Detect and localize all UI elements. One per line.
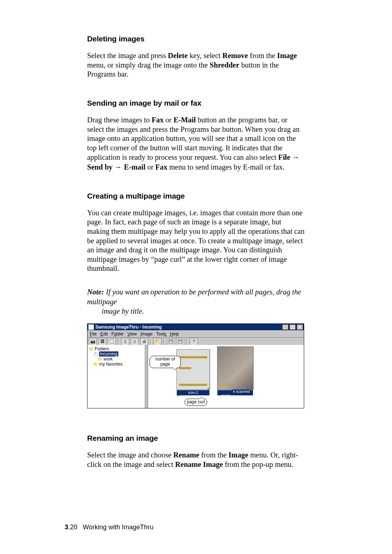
tree-my-favorites[interactable]: my favorites xyxy=(93,362,143,367)
text: menu, or simply drag the image onto the xyxy=(87,61,210,69)
footer: 3.20 Working with ImageThru xyxy=(65,524,154,531)
heading-sending: Sending an image by mail or fax xyxy=(87,99,305,107)
callout-page-curl: page curl xyxy=(184,399,207,406)
menu-edit[interactable]: Edit xyxy=(100,331,108,337)
page-number: 20 xyxy=(70,524,77,531)
kw-remove: Remove xyxy=(222,52,248,60)
kw-image: Image xyxy=(277,52,297,60)
minimize-button[interactable]: _ xyxy=(282,324,289,330)
para-renaming: Select the image and choose Rename from … xyxy=(87,451,305,469)
kw-file: File xyxy=(278,153,290,161)
screenshot-app-window: Samsung ImageThru - Incoming _ ▢ × File … xyxy=(87,323,304,408)
text: or xyxy=(147,163,155,171)
note-text-2: image by title. xyxy=(102,307,144,315)
kw-rename: Rename xyxy=(173,451,199,459)
thumbnail-2[interactable]: yepp xyxy=(217,346,253,390)
tool-image-icon[interactable]: 🖼 xyxy=(98,338,106,345)
text: Select the image and choose xyxy=(87,451,173,459)
thumbnail-2-watermark: yepp xyxy=(220,382,251,387)
kw-fax: Fax xyxy=(152,116,164,124)
text: from the xyxy=(250,52,277,60)
footer-title: Working with ImageThru xyxy=(83,524,154,531)
kw-image: Image xyxy=(228,451,248,459)
para-multipage: You can create multipage images, i.e. im… xyxy=(87,208,305,273)
folder-tree[interactable]: Folders Incoming work my favorites xyxy=(87,345,146,408)
kw-delete: Delete xyxy=(168,52,188,60)
tree-root[interactable]: Folders xyxy=(89,346,143,351)
menu-view[interactable]: View xyxy=(127,331,137,337)
text: Select the image and press xyxy=(87,52,168,60)
arrow-icon: → xyxy=(114,163,124,171)
close-button[interactable]: × xyxy=(297,324,303,330)
tool-newdoc-icon[interactable]: ▯ xyxy=(121,338,129,345)
thumbnail-1[interactable]: icon-1 xyxy=(176,349,210,390)
tool-save2-icon[interactable]: 💾 xyxy=(176,338,184,345)
text: key, select xyxy=(189,52,222,60)
text: menu to send images by E-mail or fax. xyxy=(169,163,285,171)
tool-newdoc2-icon[interactable]: ▯ xyxy=(131,338,139,345)
tree-incoming[interactable]: Incoming xyxy=(93,351,143,357)
window-title: Samsung ImageThru - Incoming xyxy=(95,325,162,330)
heading-deleting-images: Deleting images xyxy=(87,34,305,43)
tool-scan-icon[interactable]: 📷 xyxy=(89,338,97,345)
page-count-label: 1/4 xyxy=(177,393,182,397)
para-deleting: Select the image and press Delete key, s… xyxy=(87,51,305,79)
splitter[interactable] xyxy=(146,345,148,408)
note-label: Note: xyxy=(87,288,106,296)
callout-number-of-page: number of page xyxy=(150,356,181,368)
kw-fax2: Fax xyxy=(155,163,167,171)
menu-file[interactable]: File xyxy=(90,331,97,337)
kw-sendby: Send by xyxy=(87,163,113,171)
menu-image[interactable]: Image xyxy=(140,331,152,337)
kw-email2: E-mail xyxy=(124,163,145,171)
tree-work[interactable]: work xyxy=(98,357,143,362)
arrow-icon: → xyxy=(292,153,300,161)
kw-rename-image: Rename Image xyxy=(175,460,223,468)
kw-shredder: Shredder xyxy=(210,61,240,69)
thumbnail-pane[interactable]: icon-1 1/4 yepp number of page xyxy=(148,345,304,408)
menubar[interactable]: File Edit Folder View Image Tools Help xyxy=(87,330,304,338)
kw-email: E-Mail xyxy=(173,116,196,124)
note-text-1: If you want an operation to be performed… xyxy=(87,288,301,306)
thumbnail-2-date: /07/21 ot... xyxy=(221,394,238,398)
toolbar-divider xyxy=(118,338,119,345)
tool-help-icon[interactable]: ? xyxy=(190,338,198,345)
tool-print-icon[interactable]: 🖨 xyxy=(140,338,148,345)
para-sending: Drag these images to Fax or E-Mail butto… xyxy=(87,115,305,172)
page-curl-icon xyxy=(206,386,210,390)
text: from the pop-up menu. xyxy=(225,460,293,468)
note-multipage: Note: If you want an operation to be per… xyxy=(87,287,305,316)
toolbar-divider xyxy=(164,338,165,345)
text: or xyxy=(166,116,173,124)
menu-tools[interactable]: Tools xyxy=(156,331,166,337)
menu-folder[interactable]: Folder xyxy=(111,331,124,337)
tool-open-icon[interactable]: 📂 xyxy=(154,338,162,345)
maximize-button[interactable]: ▢ xyxy=(289,324,296,330)
toolbar-divider xyxy=(150,338,151,345)
titlebar[interactable]: Samsung ImageThru - Incoming _ ▢ × xyxy=(87,324,304,330)
tool-copy-icon[interactable]: 📋 xyxy=(108,338,116,345)
tool-save-icon[interactable]: 💾 xyxy=(167,338,175,345)
app-icon xyxy=(88,324,94,330)
text: Drag these images to xyxy=(87,116,152,124)
menu-help[interactable]: Help xyxy=(170,331,179,337)
heading-renaming: Renaming an image xyxy=(87,434,305,443)
toolbar-divider xyxy=(187,338,188,345)
heading-multipage: Creating a multipage image xyxy=(87,192,305,200)
page-chapter: 3 xyxy=(65,524,68,531)
thumbnail-2-flag: e scanned xyxy=(232,390,250,394)
text: from the xyxy=(201,451,228,459)
